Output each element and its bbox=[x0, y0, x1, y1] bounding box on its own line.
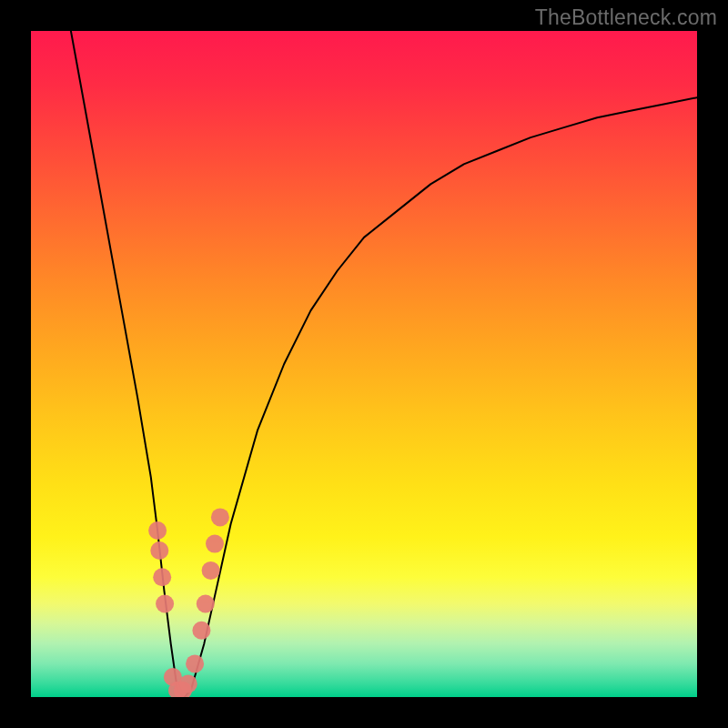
cluster-right-mid bbox=[197, 595, 215, 613]
cluster-left-mid bbox=[156, 595, 174, 613]
chart-frame: TheBottleneck.com bbox=[0, 0, 728, 728]
cluster-left-upper bbox=[148, 521, 167, 540]
cluster-valley bbox=[179, 674, 197, 693]
watermark-text: TheBottleneck.com bbox=[535, 5, 717, 30]
cluster-right-upper bbox=[202, 561, 220, 580]
cluster-right-mid bbox=[192, 622, 210, 640]
cluster-right-low bbox=[186, 654, 204, 672]
cluster-left-upper bbox=[150, 541, 168, 560]
data-points bbox=[148, 508, 229, 697]
chart-svg bbox=[31, 31, 697, 697]
chart-plot-area bbox=[31, 31, 697, 697]
cluster-right-upper bbox=[206, 535, 224, 553]
cluster-left-mid bbox=[153, 568, 171, 586]
cluster-right-upper bbox=[211, 508, 229, 526]
